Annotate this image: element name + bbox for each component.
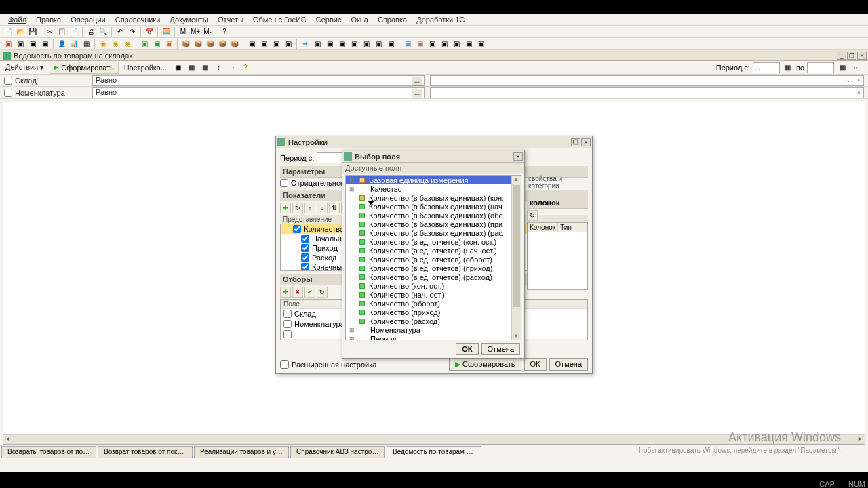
field-row-4[interactable]: Количество (в базовых единицах) (оборот)… [346, 211, 521, 220]
tb-help-icon[interactable]: ? [240, 62, 251, 73]
menu-9[interactable]: Справка [374, 14, 411, 25]
flt-check-0[interactable] [283, 310, 292, 318]
menu-5[interactable]: Отчеты [214, 14, 248, 25]
minimize-icon[interactable]: _ [837, 52, 846, 60]
ext3-icon[interactable]: ▣ [427, 39, 437, 49]
tree-icon[interactable]: ▣ [139, 39, 150, 49]
tree-check-4[interactable] [301, 263, 309, 271]
form-button[interactable]: Сформировать [50, 62, 119, 74]
tree3-icon[interactable]: ▣ [163, 39, 174, 49]
print-icon[interactable]: 🖨 [85, 26, 96, 37]
field-ok-button[interactable]: ОК [456, 343, 478, 355]
paste-icon[interactable]: 📄 [68, 26, 79, 37]
menu-2[interactable]: Операции [66, 14, 109, 25]
doc8-icon[interactable]: ▣ [283, 39, 294, 49]
ext5-icon[interactable]: ▣ [451, 39, 462, 49]
doc5-icon[interactable]: ▣ [246, 39, 257, 49]
filter-sklad-op[interactable]: Равно [92, 75, 425, 86]
field-row-5[interactable]: Количество (в базовых единицах) (приход)… [346, 220, 521, 228]
col-refresh-icon[interactable]: ↻ [527, 210, 538, 221]
add-icon[interactable]: ✚ [280, 203, 291, 214]
filter-sklad-check[interactable] [4, 77, 12, 85]
field-row-14[interactable]: Количество (оборот)1.2 [346, 299, 521, 308]
table-icon[interactable]: ▦ [81, 39, 92, 49]
tb-b-icon[interactable]: ▦ [186, 62, 197, 73]
settings-period-from[interactable] [317, 152, 344, 163]
calendar-icon[interactable]: 📅 [144, 26, 155, 37]
field-row-12[interactable]: Количество (кон. ост.)1.2 [346, 281, 521, 290]
filter-nomen-op[interactable]: Равно [92, 87, 425, 98]
neg-red-check[interactable] [280, 179, 288, 187]
menu-4[interactable]: Документы [165, 14, 212, 25]
menu-1[interactable]: Правка [32, 14, 65, 25]
settings-link[interactable]: Настройка... [121, 62, 170, 73]
refresh-icon[interactable]: ↻ [292, 203, 303, 214]
doc7-icon[interactable]: ▣ [271, 39, 281, 49]
cut-icon[interactable]: ✂ [44, 26, 55, 37]
report7-icon[interactable]: ▣ [385, 39, 396, 49]
tb-a-icon[interactable]: ▣ [172, 62, 183, 73]
menu-8[interactable]: Окна [347, 14, 372, 25]
settings-close-icon[interactable]: × [581, 138, 591, 146]
field-row-16[interactable]: Количество (расход)1.2 [346, 317, 521, 325]
filter-nomen-val[interactable] [430, 87, 864, 98]
money3-icon[interactable]: ◉ [122, 39, 133, 49]
horizontal-scrollbar[interactable] [3, 434, 865, 444]
box3-icon[interactable]: 📦 [205, 39, 216, 49]
ext7-icon[interactable]: ▣ [475, 39, 486, 49]
help-icon[interactable]: ? [219, 26, 230, 37]
field-row-6[interactable]: Количество (в базовых единицах) (расход)… [346, 228, 521, 237]
field-row-11[interactable]: Количество (в ед. отчетов) (расход)1.2 [346, 272, 521, 281]
ext4-icon[interactable]: ▣ [439, 39, 450, 49]
ext2-icon[interactable]: ▣ [414, 39, 425, 49]
report2-icon[interactable]: ▣ [324, 39, 335, 49]
m-plus-icon[interactable]: M+ [190, 26, 201, 37]
tab-4[interactable]: Ведомость по товарам на с... [387, 446, 481, 458]
open-icon[interactable]: 📂 [15, 26, 26, 37]
maximize-icon[interactable]: ❐ [847, 52, 856, 60]
ext-check[interactable] [280, 360, 289, 369]
doc4-icon[interactable]: ▣ [39, 39, 50, 49]
tree-check-1[interactable] [301, 235, 309, 243]
tab-3[interactable]: Справочник АВЗ настройки [290, 446, 385, 458]
tree-check-3[interactable] [301, 253, 309, 262]
cal-from-icon[interactable]: ▦ [783, 62, 793, 73]
flt-check-1[interactable] [283, 320, 292, 328]
menu-7[interactable]: Сервис [312, 14, 346, 25]
field-row-0[interactable]: ⊟Базовая единица измерения [346, 176, 521, 184]
box2-icon[interactable]: 📦 [193, 39, 203, 49]
add2-icon[interactable]: ✚ [280, 287, 291, 298]
settings-restore-icon[interactable]: ❐ [571, 138, 580, 146]
flt-check-2[interactable] [283, 330, 292, 338]
period-sel-icon[interactable]: ↔ [850, 62, 861, 73]
menu-0[interactable]: Файл [4, 14, 31, 25]
search-icon[interactable]: 🔍 [98, 26, 108, 37]
filter-nomen-check[interactable] [4, 89, 12, 97]
tree-check-0[interactable] [293, 225, 301, 233]
up-icon[interactable]: ↑ [304, 203, 315, 214]
box5-icon[interactable]: 📦 [229, 39, 240, 49]
tab-2[interactable]: Реализации товаров и услуг [194, 446, 289, 458]
report5-icon[interactable]: ▣ [361, 39, 372, 49]
money-icon[interactable]: ◉ [98, 39, 108, 49]
actions-dropdown[interactable]: Действия ▾ [3, 62, 47, 73]
field-row-8[interactable]: Количество (в ед. отчетов) (нач. ост.)1.… [346, 246, 521, 255]
settings-form-button[interactable]: Сформировать [449, 358, 521, 371]
refresh2-icon[interactable]: ↻ [317, 287, 328, 298]
calc-icon[interactable]: 🧮 [161, 26, 172, 37]
m-icon[interactable]: M [178, 26, 189, 37]
field-row-18[interactable]: ⊞Период [346, 334, 521, 340]
menu-6[interactable]: Обмен с ГосИС [249, 14, 311, 25]
period-from[interactable] [753, 62, 780, 73]
field-row-10[interactable]: Количество (в ед. отчетов) (приход)1.2 [346, 264, 521, 272]
box-icon[interactable]: 📦 [180, 39, 191, 49]
cal-to-icon[interactable]: ▦ [837, 62, 848, 73]
report4-icon[interactable]: ▣ [349, 39, 359, 49]
field-row-17[interactable]: ⊞Номенклатура [346, 325, 521, 334]
m-minus-icon[interactable]: M- [202, 26, 213, 37]
doc6-icon[interactable]: ▣ [258, 39, 269, 49]
tb-e-icon[interactable]: ↔ [226, 62, 237, 73]
settings-ok-button[interactable]: ОК [524, 358, 547, 371]
copy-icon[interactable]: 📋 [56, 26, 67, 37]
field-row-2[interactable]: Количество (в базовых единицах) (кон. ос… [346, 193, 521, 202]
